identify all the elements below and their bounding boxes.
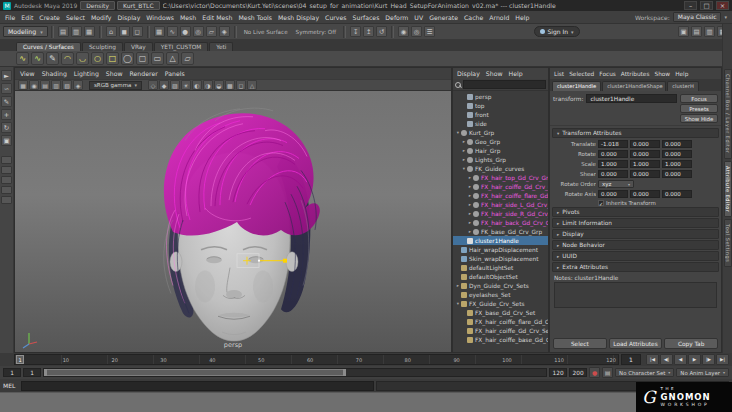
menubar-item[interactable]: Surfaces: [350, 14, 383, 21]
menubar-item[interactable]: Edit: [18, 14, 36, 21]
shelf-tab[interactable]: Sculpting: [82, 42, 123, 51]
outliner-row[interactable]: defaultObjectSet: [453, 272, 548, 281]
select-tool-icon[interactable]: ►: [1, 70, 12, 81]
snap-point-icon[interactable]: ●: [180, 26, 191, 37]
toggle-modeling-toolkit-icon[interactable]: ▣: [678, 26, 689, 37]
two-d-pan-zoom-icon[interactable]: ◈: [73, 80, 83, 90]
outliner-row[interactable]: defaultLightSet: [453, 263, 548, 272]
node-tab[interactable]: clusterH: [667, 81, 699, 91]
collapsed-section-header[interactable]: ▸ Node Behavior: [552, 240, 719, 250]
docked-window-tab[interactable]: Kurt_BTLC: [117, 1, 160, 10]
outliner-row[interactable]: ▾ FK_Guide_curves: [453, 164, 548, 173]
minimize-button[interactable]: –: [684, 1, 697, 10]
new-scene-icon[interactable]: ▤: [58, 26, 69, 37]
command-input[interactable]: [21, 381, 374, 391]
shaded-icon[interactable]: ◆: [159, 80, 169, 90]
attribute-editor-menu-item[interactable]: Show: [654, 71, 670, 77]
snap-projected-center-icon[interactable]: ◎: [193, 26, 204, 37]
value-field-x[interactable]: 0.000: [598, 150, 628, 158]
section-transform-attributes[interactable]: ▾ Transform Attributes: [552, 128, 719, 138]
outliner-menu-item[interactable]: Show: [486, 70, 503, 77]
outliner-row[interactable]: eyelashes_Set: [453, 290, 548, 299]
anti-aliasing-icon[interactable]: ▩: [225, 80, 235, 90]
outliner-row[interactable]: persp: [453, 92, 548, 101]
outliner-menu-item[interactable]: Help: [509, 70, 523, 77]
attribute-editor-menu-item[interactable]: Selected: [569, 71, 594, 77]
sign-in-button[interactable]: Sign In ▾: [534, 26, 580, 37]
collapsed-section-header[interactable]: ▸ Display: [552, 229, 719, 239]
value-field-y[interactable]: 0.000: [630, 190, 660, 198]
shelf-tab[interactable]: Yeti: [209, 42, 233, 51]
outliner-row[interactable]: ▸ FX_hair_side_R_Gd_Crv_Grp: [453, 209, 548, 218]
move-tool-icon[interactable]: +: [1, 109, 12, 120]
playback-end-field[interactable]: 120: [549, 368, 567, 377]
select-object-icon[interactable]: ◼: [119, 26, 130, 37]
menubar-item[interactable]: Cache: [461, 14, 486, 21]
rotate-order-dropdown[interactable]: xyz ▾: [598, 180, 634, 188]
select-camera-icon[interactable]: ▦: [18, 80, 28, 90]
collapsed-section-header[interactable]: ▸ Limit Information: [552, 218, 719, 228]
scale-tool-icon[interactable]: ▣: [1, 135, 12, 146]
nurbs-circle-icon[interactable]: ○: [91, 52, 104, 65]
nurbs-square-icon[interactable]: □: [106, 52, 119, 65]
step-forward-frame-button[interactable]: |▶: [702, 354, 715, 365]
paint-select-tool-icon[interactable]: ✎: [1, 96, 12, 107]
menubar-item[interactable]: Select: [63, 14, 88, 21]
outliner-row[interactable]: ▾ FX_Guide_Crv_Sets: [453, 299, 548, 308]
anim-layer-dropdown[interactable]: No Anim Layer ▾: [676, 368, 729, 377]
select-component-icon[interactable]: ◻: [132, 26, 143, 37]
attribute-editor-menu-item[interactable]: Attributes: [621, 71, 650, 77]
pencil-curve-tool-icon[interactable]: ✎: [46, 52, 59, 65]
nurbs-cone-icon[interactable]: △: [166, 52, 179, 65]
nurbs-cube-icon[interactable]: ▢: [136, 52, 149, 65]
value-field-y[interactable]: 1.000: [630, 160, 660, 168]
current-frame-indicator[interactable]: 1: [16, 355, 24, 364]
copy-tab-button[interactable]: Copy Tab: [664, 338, 718, 349]
layout-single-pane-button[interactable]: [1, 156, 12, 164]
menubar-item[interactable]: Mesh Display: [275, 14, 322, 21]
input-connections-icon[interactable]: ↧: [350, 26, 361, 37]
viewport-menu-item[interactable]: Show: [106, 70, 123, 77]
menu-set-dropdown[interactable]: Modeling ▾: [3, 26, 48, 37]
attribute-editor-menu-item[interactable]: List: [554, 71, 564, 77]
save-scene-icon[interactable]: ▦: [84, 26, 95, 37]
outliner-row[interactable]: front: [453, 110, 548, 119]
shelf-tab[interactable]: YETI_CUSTOM: [154, 42, 208, 51]
attribute-editor-menu-item[interactable]: Help: [675, 71, 688, 77]
outliner-row[interactable]: side: [453, 119, 548, 128]
close-button[interactable]: ×: [716, 1, 729, 10]
bookmarks-icon[interactable]: ▥: [51, 80, 61, 90]
outliner-row[interactable]: ▸ FK_base_Gd_Crv_Grp: [453, 227, 548, 236]
outliner-row[interactable]: cluster1Handle: [453, 236, 548, 245]
range-end-handle[interactable]: [343, 369, 346, 376]
motion-blur-icon[interactable]: ◒: [214, 80, 224, 90]
symmetry-label[interactable]: Symmetry: Off: [296, 29, 337, 35]
wireframe-icon[interactable]: ◇: [148, 80, 158, 90]
value-field-x[interactable]: 0.000: [598, 190, 628, 198]
playback-start-field[interactable]: 1: [23, 368, 41, 377]
workspace-selector[interactable]: Workspace: Maya Classic ▾: [635, 12, 730, 22]
lasso-select-tool-icon[interactable]: ∽: [1, 83, 12, 94]
step-back-frame-button[interactable]: ◀|: [660, 354, 673, 365]
value-field-y[interactable]: 0.000: [630, 140, 660, 148]
value-field-z[interactable]: 1.000: [662, 160, 692, 168]
docked-window-tab[interactable]: Density: [80, 1, 115, 10]
menubar-item[interactable]: Create: [36, 14, 63, 21]
outliner-row[interactable]: ▸ FX_hair_top_Gd_Crv_Grp: [453, 173, 548, 182]
render-view-icon[interactable]: ◉: [398, 26, 409, 37]
maximize-button[interactable]: □: [700, 1, 713, 10]
viewport-menu-item[interactable]: Shading: [42, 70, 67, 77]
attribute-editor-menu-item[interactable]: Focus: [599, 71, 616, 77]
outliner-row[interactable]: ▸ FX_hair_back_Gd_Crv_Grp: [453, 218, 548, 227]
character-set-dropdown[interactable]: No Character Set ▾: [615, 368, 674, 377]
menubar-item[interactable]: Mesh: [177, 14, 199, 21]
toggle-tool-settings-icon[interactable]: ▥: [704, 26, 715, 37]
ipr-render-icon[interactable]: ◎: [411, 26, 422, 37]
range-slider-track[interactable]: [43, 368, 547, 377]
outliner-row[interactable]: ▸ Lights_Grp: [453, 155, 548, 164]
shelf-tab[interactable]: Curves / Surfaces: [16, 42, 81, 51]
outliner-row[interactable]: ▸ FX_hair_side_L_Gd_Crv_Grp: [453, 200, 548, 209]
layout-persp-graph-button[interactable]: [1, 196, 12, 204]
viewport-menu-item[interactable]: Panels: [165, 70, 185, 77]
image-plane-icon[interactable]: ▧: [62, 80, 72, 90]
